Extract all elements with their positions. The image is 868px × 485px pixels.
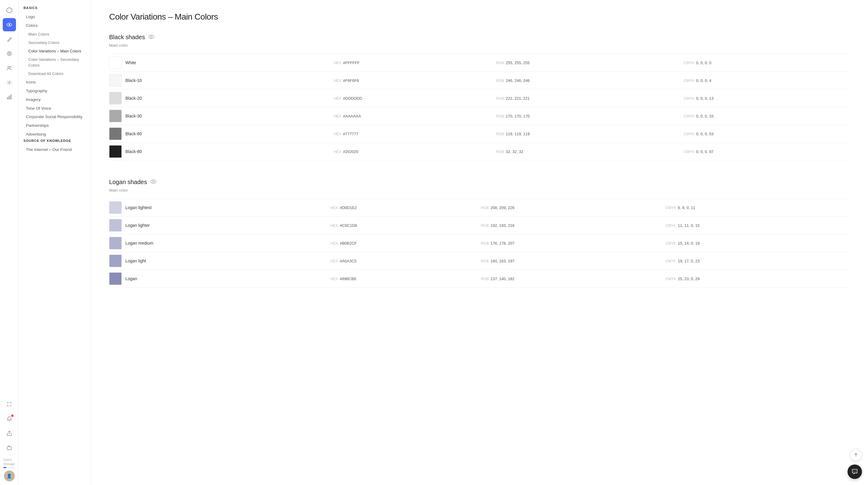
table-row: Logan light HEX#A0A3C5 RGB160, 163, 197 … bbox=[109, 252, 850, 270]
target-icon[interactable] bbox=[3, 47, 16, 60]
nav-icons[interactable]: Icons bbox=[24, 78, 86, 87]
table-row: White HEX#FFFFFF RGB255, 255, 255 CMYK0,… bbox=[109, 54, 850, 72]
users-icon[interactable] bbox=[3, 61, 16, 75]
nav-main-colors[interactable]: Main Colors bbox=[24, 30, 86, 38]
black10-rgb: RGB246, 246, 246 bbox=[494, 72, 681, 90]
settings-icon[interactable] bbox=[3, 76, 16, 89]
table-row: Black-60 HEX#777777 RGB119, 119, 119 CMY… bbox=[109, 125, 850, 143]
logan-light-rgb: RGB160, 163, 197 bbox=[478, 252, 663, 270]
briefcase-icon[interactable] bbox=[3, 441, 16, 454]
logan-shades-title: Logan shades bbox=[109, 179, 147, 186]
nav-typography[interactable]: Typography bbox=[24, 87, 86, 96]
chart-icon[interactable] bbox=[3, 90, 16, 104]
svg-point-18 bbox=[855, 471, 855, 472]
black10-hex: HEX#F6F6F6 bbox=[332, 72, 494, 90]
logan-shades-table: Logan lightest HEX#D0D1E2 RGB208, 209, 2… bbox=[109, 198, 850, 288]
nav-download-all-colors[interactable]: Download All Colors bbox=[24, 70, 86, 78]
black10-name: Black-10 bbox=[125, 72, 332, 90]
logan-medium-swatch bbox=[109, 237, 122, 250]
svg-point-8 bbox=[8, 82, 10, 84]
black80-swatch bbox=[109, 145, 122, 158]
nav-partnerships[interactable]: Partnerships bbox=[24, 121, 86, 130]
svg-rect-11 bbox=[10, 95, 11, 99]
nav-logo[interactable]: Logo bbox=[24, 13, 86, 22]
share-icon[interactable] bbox=[3, 426, 16, 440]
nav-secondary-colors[interactable]: Secondary Colors bbox=[24, 38, 86, 47]
table-row: Black-10 HEX#F6F6F6 RGB246, 246, 246 CMY… bbox=[109, 72, 850, 90]
black-shades-eye-icon[interactable] bbox=[148, 34, 155, 40]
logan-lighter-cmyk: CMYK11, 11, 0, 15 bbox=[663, 217, 850, 234]
nav-imagery[interactable]: Imagery bbox=[24, 96, 86, 104]
svg-rect-12 bbox=[7, 447, 11, 450]
black-shades-heading: Black shades bbox=[109, 34, 850, 41]
svg-marker-0 bbox=[7, 7, 12, 13]
logan-lightest-hex: HEX#D0D1E2 bbox=[328, 199, 478, 217]
black30-cmyk: CMYK0, 0, 0, 33 bbox=[681, 107, 850, 125]
table-row: Black-20 HEX#DDDDDD RGB221, 221, 221 CMY… bbox=[109, 90, 850, 107]
black20-rgb: RGB221, 221, 221 bbox=[494, 90, 681, 107]
svg-point-15 bbox=[151, 180, 156, 184]
logan-lighter-rgb: RGB192, 193, 216 bbox=[478, 217, 663, 234]
svg-rect-9 bbox=[7, 97, 8, 99]
icon-sidebar: Users Storage 👤 bbox=[0, 0, 19, 485]
eye-sidebar-icon[interactable] bbox=[3, 18, 16, 31]
black20-hex: HEX#DDDDDD bbox=[332, 90, 494, 107]
logan-medium-rgb: RGB176, 178, 207 bbox=[478, 234, 663, 252]
white-hex: HEX#FFFFFF bbox=[332, 54, 494, 72]
edit-icon[interactable] bbox=[3, 33, 16, 46]
svg-point-16 bbox=[153, 181, 154, 183]
black30-hex: HEX#AAAAAA bbox=[332, 107, 494, 125]
nav-tone-of-voice[interactable]: Tone Of Voice bbox=[24, 104, 86, 113]
logo-icon[interactable] bbox=[3, 4, 16, 17]
black20-name: Black-20 bbox=[125, 90, 332, 107]
black80-name: Black-80 bbox=[125, 143, 332, 161]
black-shades-title: Black shades bbox=[109, 34, 145, 41]
main-content: Color Variations – Main Colors Black sha… bbox=[91, 0, 868, 485]
svg-point-19 bbox=[856, 471, 856, 472]
nav-advertising[interactable]: Advertising bbox=[24, 130, 86, 139]
logan-light-hex: HEX#A0A3C5 bbox=[328, 252, 478, 270]
nav-corporate-social-responsibility[interactable]: Corporate Social Responsibility bbox=[24, 113, 86, 121]
svg-point-2 bbox=[8, 24, 10, 26]
black-shades-table: White HEX#FFFFFF RGB255, 255, 255 CMYK0,… bbox=[109, 54, 850, 161]
bell-icon[interactable] bbox=[3, 412, 16, 425]
chat-button[interactable] bbox=[847, 464, 862, 479]
nav-colors[interactable]: Colors bbox=[24, 22, 86, 30]
logan-medium-hex: HEX#B0B2CF bbox=[328, 234, 478, 252]
table-row: Logan lightest HEX#D0D1E2 RGB208, 209, 2… bbox=[109, 199, 850, 217]
white-swatch bbox=[109, 56, 122, 69]
source-of-knowledge-section: SOURCE OF KNOWLEDGE The Internet – Our F… bbox=[24, 139, 86, 154]
scroll-top-button[interactable] bbox=[850, 449, 862, 461]
logan-hex: HEX#898CB6 bbox=[328, 270, 478, 288]
users-label: Users bbox=[3, 458, 15, 461]
black-shades-subtitle: Main color bbox=[109, 43, 850, 47]
nav-color-variations-secondary[interactable]: Color Variations – Secondary Colors bbox=[24, 56, 86, 69]
black30-swatch bbox=[109, 110, 122, 122]
logan-shades-subtitle: Main color bbox=[109, 188, 850, 193]
logan-medium-name: Logan medium bbox=[125, 234, 328, 252]
storage-label: Storage bbox=[3, 462, 15, 466]
black80-hex: HEX#202020 bbox=[332, 143, 494, 161]
black80-rgb: RGB32, 32, 32 bbox=[494, 143, 681, 161]
logan-lightest-swatch bbox=[109, 201, 122, 214]
nav-sidebar: BASICS Logo Colors Main Colors Secondary… bbox=[19, 0, 91, 485]
black60-rgb: RGB119, 119, 119 bbox=[494, 125, 681, 143]
logan-light-swatch bbox=[109, 255, 122, 267]
svg-point-14 bbox=[150, 36, 152, 38]
avatar[interactable]: 👤 bbox=[4, 471, 15, 481]
svg-point-7 bbox=[10, 66, 11, 67]
table-row: Logan medium HEX#B0B2CF RGB176, 178, 207… bbox=[109, 234, 850, 252]
white-cmyk: CMYK0, 0, 0, 0 bbox=[681, 54, 850, 72]
logan-shades-eye-icon[interactable] bbox=[150, 179, 157, 185]
nav-the-internet[interactable]: The Internet – Our Friend bbox=[24, 146, 86, 154]
logan-name: Logan bbox=[125, 270, 328, 288]
logan-light-name: Logan light bbox=[125, 252, 328, 270]
logan-lighter-name: Logan lighter bbox=[125, 217, 328, 234]
expand-icon[interactable] bbox=[3, 398, 16, 411]
nav-color-variations-main[interactable]: Color Variations – Main Colors bbox=[24, 47, 86, 56]
black10-cmyk: CMYK0, 0, 0, 4 bbox=[681, 72, 850, 90]
logan-lightest-rgb: RGB208, 209, 226 bbox=[478, 199, 663, 217]
black60-hex: HEX#777777 bbox=[332, 125, 494, 143]
page-title: Color Variations – Main Colors bbox=[109, 12, 850, 22]
svg-point-6 bbox=[8, 66, 10, 68]
